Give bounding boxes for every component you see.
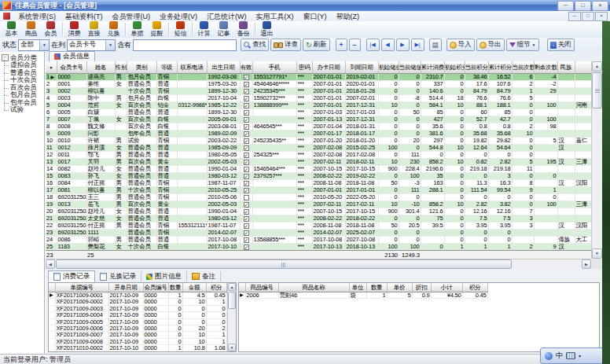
col-数量[interactable]: 数量 bbox=[366, 283, 387, 292]
checked-checkbox-icon[interactable]: ✓ bbox=[244, 160, 249, 165]
mdi-restore-button[interactable]: □ bbox=[582, 12, 594, 21]
scroll-right-icon[interactable]: ▶ bbox=[582, 259, 591, 269]
mdi-minimize-button[interactable]: ─ bbox=[568, 12, 581, 21]
checked-checkbox-icon[interactable]: ✓ bbox=[244, 89, 249, 94]
orders-vertical-scrollbar[interactable]: ▲ ▼ bbox=[227, 283, 236, 351]
scroll-left-icon[interactable]: ◀ bbox=[46, 259, 55, 269]
table-row[interactable]: XF20171009-00032017-10-090000000 bbox=[49, 305, 226, 311]
grid-col-mobile[interactable]: 手机 bbox=[252, 61, 296, 74]
checked-checkbox-icon[interactable]: ✓ bbox=[244, 138, 249, 144]
toolbar-button-消费[interactable]: 消费 bbox=[64, 21, 84, 38]
add-row-button[interactable]: + bbox=[336, 39, 347, 51]
table-row[interactable]: 2369203125021111普通会员青铜2014-02-07✓***2014… bbox=[46, 230, 591, 237]
checked-checkbox-icon[interactable]: ✓ bbox=[244, 181, 249, 186]
menu-item[interactable]: 业务处理(V) bbox=[155, 12, 202, 21]
grid-col-valid[interactable]: 有效 bbox=[240, 61, 252, 74]
import-button[interactable]: 导入 bbox=[446, 39, 475, 51]
table-row[interactable]: XF20171009-00062017-10-0900000202 bbox=[49, 325, 226, 332]
toolbar-button-商品[interactable]: 商品 bbox=[21, 21, 41, 38]
checked-checkbox-icon[interactable]: ✓ bbox=[244, 131, 249, 137]
table-row[interactable]: 160084付正摇男普通会员青铜1987-11-07✓***2008-11-08… bbox=[46, 180, 591, 187]
col-商品编号[interactable]: 商品编号 bbox=[245, 283, 278, 292]
toolbar-button-短信[interactable]: 短信 bbox=[171, 21, 190, 38]
table-row[interactable]: 90009问影包年会员普通1989-02-09✓***2007-01-17201… bbox=[46, 131, 591, 138]
menu-item[interactable]: 窗口(Y) bbox=[299, 12, 332, 21]
scroll-down-icon[interactable]: ▼ bbox=[228, 344, 236, 351]
checked-checkbox-icon[interactable]: ✓ bbox=[244, 117, 249, 123]
menu-item[interactable]: 汇总统计(W) bbox=[202, 12, 252, 21]
grid-col-num[interactable]: ▼ bbox=[46, 61, 57, 74]
tab-member-info[interactable]: 会员信息 bbox=[49, 51, 95, 61]
table-row[interactable]: 80008魏文修百次会员白银2003-08-01✓4646545******20… bbox=[46, 123, 591, 131]
menu-item[interactable]: 系统管理(S) bbox=[13, 12, 61, 21]
checked-checkbox-icon[interactable]: ✓ bbox=[244, 103, 249, 108]
checked-checkbox-icon[interactable]: ✓ bbox=[244, 110, 249, 116]
grid-col-start_date[interactable]: 办卡日期 bbox=[312, 61, 345, 74]
table-row[interactable]: 1 ▶0000逯燕亮男包月会员青铜1992-03-08✓1553127791**… bbox=[46, 74, 591, 81]
scroll-up-icon[interactable]: ▲ bbox=[592, 61, 602, 72]
table-row[interactable]: 251183樊梨花女十次会员白银2017-10-10✓***2017-10-13… bbox=[46, 244, 591, 251]
table-row[interactable]: 20001姜维女普通会员普通1975-03-20✓45464646*******… bbox=[46, 81, 591, 88]
table-row[interactable]: ▶2006贾刻46袋150.9¥4.500.45 bbox=[239, 292, 487, 299]
table-row[interactable]: 30002柳以蔓十次会员青铜1899-12-30✓24235345******2… bbox=[46, 88, 591, 95]
export-button[interactable]: 导出 bbox=[476, 39, 505, 51]
nav-last-button[interactable]: ▶| bbox=[411, 39, 424, 51]
ime-language-button[interactable]: 中 bbox=[556, 351, 563, 361]
menu-item[interactable]: 实用工具(X) bbox=[252, 12, 299, 21]
nav-first-button[interactable]: |◀ bbox=[366, 39, 380, 51]
scroll-up-icon[interactable]: ▲ bbox=[228, 283, 236, 291]
toolbar-button-基本[interactable]: 基本 bbox=[2, 21, 21, 38]
tab-图片信息[interactable]: 图片信息 bbox=[141, 271, 187, 281]
table-row[interactable]: XF20171009-00072017-10-0900000101 bbox=[49, 332, 226, 338]
maximize-button[interactable]: □ bbox=[575, 1, 591, 11]
detail-button[interactable]: 细节 ▼ bbox=[506, 39, 539, 51]
close-button[interactable]: × bbox=[592, 1, 608, 11]
toolbar-button-直接[interactable]: 直接 bbox=[84, 21, 104, 38]
table-row[interactable]: XF20171009-00042017-10-090000000 bbox=[49, 312, 226, 318]
grid-col-cat[interactable]: 类别 bbox=[127, 61, 156, 74]
col-金额[interactable]: 金额 bbox=[182, 283, 206, 292]
checked-checkbox-icon[interactable]: ✓ bbox=[244, 82, 249, 87]
table-row[interactable]: 186920312502王三男普通会员青铜2010-05-06***2010-0… bbox=[46, 194, 591, 201]
table-row[interactable]: 120011鄂飞男普通会员普通1980-05-05✓254325******20… bbox=[46, 152, 591, 159]
checked-checkbox-icon[interactable]: ✓ bbox=[244, 245, 249, 250]
close-view-button[interactable]: → 关闭 bbox=[547, 39, 575, 51]
menu-item[interactable]: 会员管理(U) bbox=[108, 12, 156, 21]
scroll-down-icon[interactable]: ▼ bbox=[592, 248, 602, 259]
menu-item[interactable]: 基础资料(T) bbox=[61, 12, 108, 21]
table-row[interactable]: 140082赵玲儿女普通会员普通1990-01-04✓15465464*****… bbox=[46, 166, 591, 173]
nav-next-button[interactable]: ▶ bbox=[396, 39, 410, 51]
unchecked-checkbox-icon[interactable] bbox=[244, 195, 249, 200]
grid-col-rem_cnt[interactable]: 剩余次数 bbox=[534, 61, 557, 74]
col-marker[interactable] bbox=[239, 283, 245, 292]
table-row[interactable]: XF20171009-00022017-10-0900000101 bbox=[49, 299, 226, 305]
checked-checkbox-icon[interactable]: ✓ bbox=[244, 96, 249, 101]
grid-col-card[interactable]: 会员卡号 bbox=[57, 61, 86, 74]
checked-checkbox-icon[interactable]: ✓ bbox=[244, 216, 249, 222]
grid-col-cur_cnt[interactable]: 当前次数 bbox=[512, 61, 534, 74]
grid-col-sex[interactable]: 性别 bbox=[115, 61, 127, 74]
grid-col-total_pts[interactable]: 累计积分 bbox=[488, 61, 512, 74]
find-button[interactable]: 查找 bbox=[241, 39, 269, 51]
table-row[interactable]: 216920312502太史慈女普通会员普通1980-03-12✓***2008… bbox=[46, 215, 591, 222]
grid-col-cur_store[interactable]: 当前储值 bbox=[399, 61, 421, 74]
table-row[interactable]: 60005白簸普通会员普通1899-12-30✓***2007-01-03201… bbox=[46, 109, 591, 116]
tree-collapse-icon[interactable]: − bbox=[2, 54, 9, 61]
toolbar-button-退出[interactable]: 退出 bbox=[257, 21, 277, 38]
col-会员编号[interactable]: 会员编号 bbox=[143, 283, 168, 292]
tab-兑换记录[interactable]: 兑换记录 bbox=[95, 271, 141, 281]
table-row[interactable]: 240086郭峪男普通会员普通2017-10-08✓13588855******… bbox=[46, 237, 591, 244]
nav-prev-button[interactable]: ◀ bbox=[381, 39, 395, 51]
toolbar-button-备份[interactable]: 备份 bbox=[233, 21, 253, 38]
grid-col-cur_pts[interactable]: 当前积分 bbox=[465, 61, 488, 74]
checked-checkbox-icon[interactable]: ✓ bbox=[244, 167, 249, 172]
table-row[interactable]: 190013岳飞男百次会员黄金2002-05-03✓***2007-02-112… bbox=[46, 201, 591, 208]
table-row[interactable]: XF20171009-00082017-10-0900000101 bbox=[49, 338, 226, 344]
checked-checkbox-icon[interactable]: ✓ bbox=[244, 124, 249, 130]
ime-options-icon[interactable]: ▾ bbox=[579, 353, 581, 358]
grid-col-init_store[interactable]: 初始储值 bbox=[378, 61, 399, 74]
col-积分[interactable]: 积分 bbox=[462, 283, 487, 292]
grid-col-ethnic[interactable]: 民族 bbox=[557, 61, 575, 74]
col-积分[interactable]: 积分 bbox=[206, 283, 226, 292]
grid-vertical-scrollbar[interactable]: ▲ ▼ bbox=[591, 61, 602, 259]
